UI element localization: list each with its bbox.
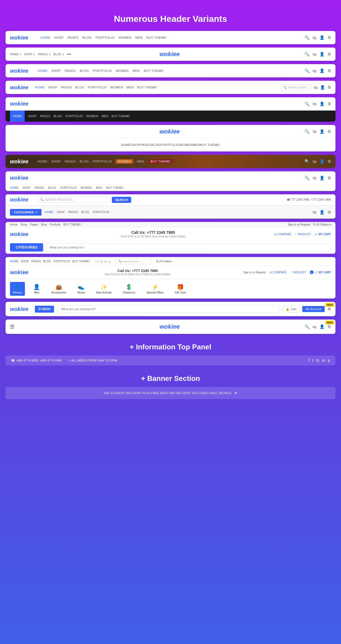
search-icon-13[interactable]: 🔍	[304, 324, 310, 329]
nav-pages-9[interactable]: PAGES	[68, 211, 78, 214]
nav-men-1[interactable]: MEN	[135, 36, 143, 39]
nav-blog-5[interactable]: BLOG	[53, 114, 62, 118]
search-input-9[interactable]: 🔍 SEARCH PRODUCTS...	[38, 197, 110, 203]
filter-icon-12[interactable]: ⚙	[327, 307, 331, 311]
logo-5[interactable]: wokiee	[10, 101, 32, 107]
more-2[interactable]: •••	[67, 52, 71, 56]
tn-home-11[interactable]: HOME	[10, 260, 19, 263]
nav-shop-3[interactable]: SHOP	[51, 69, 61, 72]
cart-icon-3[interactable]: 🛍	[312, 69, 317, 73]
nav-home-4[interactable]: HOME	[35, 86, 45, 89]
logo-12[interactable]: wokiee	[10, 306, 32, 312]
nav-shop-6[interactable]: SHOP	[131, 143, 140, 146]
nav-blog-7[interactable]: BLOG	[80, 160, 89, 163]
nav-women-5[interactable]: WOMEN	[86, 114, 98, 118]
filter-icon-9[interactable]: ⚙	[327, 210, 331, 215]
nav-home-8[interactable]: HOME	[10, 186, 19, 189]
user-icon-6[interactable]: 👤	[319, 129, 325, 134]
cart-icon-1[interactable]: 🛍	[312, 35, 317, 40]
logo-1[interactable]: wokiee	[10, 35, 32, 41]
filter-icon-13[interactable]: ⚙	[327, 324, 331, 329]
nav-women-4[interactable]: WOMEN	[110, 86, 123, 89]
user-icon-7[interactable]: 👤	[319, 159, 325, 164]
search-input-4[interactable]: 🔍 Search product...	[281, 85, 311, 90]
nav-buytheme-6[interactable]: BUY THEME!	[200, 143, 220, 146]
cat-men-11[interactable]: 👤 Men	[30, 282, 43, 296]
user-icon-13[interactable]: 👤	[319, 324, 325, 329]
wishlist-btn-11[interactable]: ♡ WISHLIST	[290, 271, 306, 274]
nav-portfolio-8[interactable]: PORTFOLIO	[60, 186, 77, 189]
facebook-icon-11[interactable]: f	[95, 260, 96, 263]
nav-buytheme-8[interactable]: BUY THEME!	[106, 186, 124, 189]
account-btn-12[interactable]: My Account	[302, 306, 325, 312]
tn-portfolio-11[interactable]: PORTFOLIO	[53, 260, 70, 263]
filter-icon-5[interactable]: ⚙	[327, 101, 331, 106]
cart-btn-11[interactable]: 1 🛒 MY CART	[310, 270, 331, 274]
search-icon-7[interactable]: 🔍	[304, 159, 310, 164]
nav-shop-9[interactable]: SHOP	[57, 211, 65, 214]
nav-portfolio-3[interactable]: PORTFOLIO	[93, 69, 112, 72]
pinterest-icon-11[interactable]: p	[108, 260, 110, 263]
categories-btn-10[interactable]: CATEGORIES	[10, 243, 43, 252]
cat-newarrivals-11[interactable]: ✨ New Arrivals	[94, 282, 115, 296]
nav-pages-3[interactable]: PAGES	[65, 69, 76, 72]
user-icon-5[interactable]: 👤	[319, 101, 325, 106]
twitter-icon-11[interactable]: t	[98, 260, 99, 263]
nav-shop-1[interactable]: SHOP	[54, 36, 64, 39]
cart-icon-13[interactable]: 🛍	[312, 324, 317, 329]
nav-pages-6[interactable]: PAGES	[140, 143, 151, 146]
filter-icon-6[interactable]: ⚙	[327, 129, 331, 134]
nav-blog-6[interactable]: BLOG	[151, 143, 161, 146]
nav-men-7[interactable]: MEN	[137, 160, 144, 163]
categories-btn-9[interactable]: CATEGORIES ▼	[10, 209, 42, 216]
compare-btn-11[interactable]: ⚖ COMPARE	[270, 271, 287, 274]
cat-women-11[interactable]: 👤 Women	[10, 282, 25, 296]
nav-pages-1[interactable]: PAGES	[68, 36, 79, 39]
nav-blog-4[interactable]: BLOG	[75, 86, 84, 89]
nav-shop-7[interactable]: SHOP	[51, 160, 61, 163]
nav-men-3[interactable]: MEN	[133, 69, 140, 72]
tn-blog-10[interactable]: Blog	[41, 223, 47, 226]
logo-6[interactable]: wokiee	[159, 128, 182, 135]
hamburger-icon-13[interactable]: ☰	[10, 324, 14, 330]
nav-home-6[interactable]: HOME	[121, 143, 131, 146]
nav-buytheme-1[interactable]: BUY THEME!	[146, 36, 167, 39]
nav-shop-8[interactable]: SHOP	[22, 186, 31, 189]
nav-women-7[interactable]: WOMEN	[116, 159, 133, 164]
nav-portfolio-6[interactable]: PORTFOLIO	[161, 143, 180, 146]
google-info-icon[interactable]: G	[316, 358, 319, 363]
nav-pages-7[interactable]: PAGES	[65, 160, 76, 163]
nav-blog-2[interactable]: BLOG ∨	[53, 53, 64, 56]
cat-shoes-11[interactable]: 👟 Shoes	[74, 282, 88, 296]
nav-shop-5[interactable]: SHOP	[28, 114, 37, 118]
nav-home-7[interactable]: HOME	[38, 160, 48, 163]
wishlist-btn-10[interactable]: ♡ WISHLIST	[294, 233, 311, 236]
banner-close-btn[interactable]: ✕	[234, 391, 237, 395]
cart-btn-10[interactable]: 🛒 MY CART	[314, 233, 331, 236]
logo-9[interactable]: wokiee	[10, 197, 32, 203]
tn-buytheme-10[interactable]: BUY THEME!	[63, 223, 81, 226]
logo-2[interactable]: wokiee	[159, 51, 182, 58]
filter-icon-7[interactable]: ⚙	[327, 159, 331, 164]
nav-buytheme-3[interactable]: BUY THEME!	[144, 69, 164, 72]
currency-10[interactable]: $ US Dollars ▾	[313, 223, 331, 226]
compare-btn-10[interactable]: ⚖ COMPARE	[274, 233, 291, 236]
nav-shop-4[interactable]: SHOP	[48, 86, 58, 89]
cart-icon-9[interactable]: 🛍	[312, 210, 317, 214]
nav-pages-5[interactable]: PAGES	[40, 114, 50, 118]
tn-pages-10[interactable]: Pages	[30, 223, 38, 226]
filter-icon-3[interactable]: ⚙	[327, 68, 331, 73]
nav-buytheme-5[interactable]: BUY THEME!	[112, 114, 130, 118]
search-icon-1[interactable]: 🔍	[304, 35, 310, 40]
nav-portfolio-4[interactable]: PORTFOLIO	[88, 86, 107, 89]
nav-blog-1[interactable]: BLOG	[82, 36, 92, 39]
cart-icon-6[interactable]: 🛍	[312, 129, 317, 134]
nav-pages-2[interactable]: PAGES ∨	[38, 53, 51, 56]
cat-accessories-11[interactable]: 👜 Accessories	[48, 282, 69, 296]
search-icon-2[interactable]: 🔍	[304, 52, 310, 57]
nav-men-5[interactable]: MEN	[102, 114, 108, 118]
nav-portfolio-7[interactable]: PORTFOLIO	[93, 160, 112, 163]
nav-portfolio-5[interactable]: PORTFOLIO	[65, 114, 83, 118]
user-icon-2[interactable]: 👤	[319, 52, 325, 57]
user-icon-1[interactable]: 👤	[319, 35, 325, 40]
